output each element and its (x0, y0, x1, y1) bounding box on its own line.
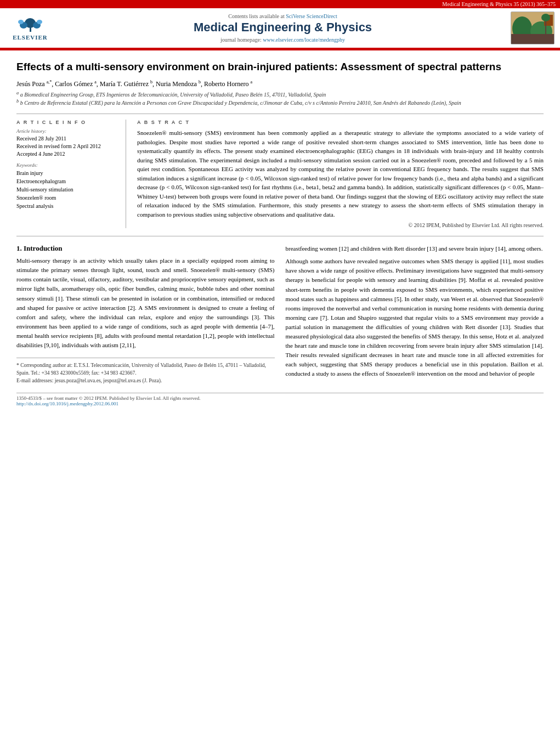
header-divider (0, 48, 560, 49)
accepted-date: Accepted 4 June 2012 (16, 150, 118, 158)
svg-point-12 (541, 14, 550, 21)
body-columns: 1. Introduction Multi-sensory therapy is… (16, 244, 544, 384)
article-info-column: A R T I C L E I N F O Article history: R… (16, 120, 126, 228)
affiliation-a: a a Biomedical Engineering Group, ETS In… (16, 90, 544, 98)
elsevier-logo: ELSEVIER (5, 14, 55, 42)
keyword-1: Brain injury (16, 169, 118, 177)
doi-line: http://dx.doi.org/10.1016/j.medengphy.20… (16, 401, 544, 406)
homepage-url[interactable]: www.elsevier.com/locate/medengphy (263, 37, 345, 43)
footnotes-section: * Corresponding author at: E.T.S.I. Tele… (16, 358, 275, 385)
keyword-4: Snoezelen® room (16, 194, 118, 202)
journal-header: Medical Engineering & Physics 35 (2013) … (0, 0, 560, 50)
svg-point-5 (37, 20, 42, 24)
revised-date: Received in revised form 2 April 2012 (16, 143, 118, 150)
svg-point-4 (18, 20, 24, 24)
introduction-heading: 1. Introduction (16, 244, 275, 253)
issn-line: 1350-4533/$ – see front matter © 2012 IP… (16, 395, 544, 401)
intro-paragraph-1: Multi-sensory therapy is an activity whi… (16, 256, 275, 349)
homepage-prefix: journal homepage: (220, 37, 262, 43)
article-history: Article history: Received 28 July 2011 R… (16, 128, 118, 158)
footnote-corresponding: * Corresponding author at: E.T.S.I. Tele… (16, 361, 275, 377)
keyword-5: Spectral analysis (16, 202, 118, 210)
body-right-column: breastfeeding women [12] and children wi… (286, 244, 544, 384)
intro-paragraph-right-1: breastfeeding women [12] and children wi… (286, 244, 544, 253)
journal-homepage: journal homepage: www.elsevier.com/locat… (60, 37, 505, 43)
journal-title: Medical Engineering & Physics (60, 20, 505, 35)
sciverse-line: Contents lists available at SciVerse Sci… (60, 13, 505, 19)
keywords-section: Keywords: Brain injury Electroencephalog… (16, 162, 118, 210)
journal-logo-row: ELSEVIER Contents lists available at Sci… (0, 8, 560, 44)
elsevier-label: ELSEVIER (13, 34, 48, 41)
section-divider (16, 236, 544, 236)
svg-rect-10 (511, 34, 554, 44)
doi-link[interactable]: http://dx.doi.org/10.1016/j.medengphy.20… (16, 401, 118, 406)
intro-paragraph-right-2: Although some authors have revealed nega… (286, 257, 544, 378)
email-label: E-mail addresses: (16, 378, 53, 383)
keyword-2: Electroencephalogram (16, 177, 118, 185)
affiliation-b: b b Centro de Referencia Estatal (CRE) p… (16, 99, 544, 106)
bottom-bar: 1350-4533/$ – see front matter © 2012 IP… (16, 393, 544, 406)
copyright-line: © 2012 IPEM, Published by Elsevier Ltd. … (137, 222, 544, 228)
article-info-abstract-section: A R T I C L E I N F O Article history: R… (16, 114, 544, 228)
abstract-text: Snoezelen® multi-sensory (SMS) environme… (137, 128, 544, 219)
article-info-label: A R T I C L E I N F O (16, 120, 118, 125)
elsevier-tree-icon (15, 15, 46, 33)
sciverse-prefix: Contents lists available at (228, 13, 284, 19)
article-title: Effects of a multi-sensory environment o… (16, 60, 544, 74)
journal-top-bar: Medical Engineering & Physics 35 (2013) … (0, 0, 560, 8)
email-addresses: jesus.poza@tel.uva.es, jespoz@tel.uva.es… (55, 378, 162, 383)
authors-line: Jesús Poza a,*, Carlos Gómez a, María T.… (16, 80, 544, 88)
sciverse-link[interactable]: SciVerse ScienceDirect (286, 13, 337, 19)
abstract-label: A B S T R A C T (137, 120, 544, 125)
journal-center-info: Contents lists available at SciVerse Sci… (55, 13, 511, 43)
keyword-3: Multi-sensory stimulation (16, 185, 118, 194)
decorative-svg (511, 12, 554, 44)
history-label: Article history: (16, 128, 118, 134)
footnote-email: E-mail addresses: jesus.poza@tel.uva.es,… (16, 377, 275, 384)
svg-rect-11 (545, 20, 546, 34)
body-left-column: 1. Introduction Multi-sensory therapy is… (16, 244, 275, 384)
authors-text: Jesús Poza a,*, Carlos Gómez a, María T.… (16, 80, 252, 88)
received-date: Received 28 July 2011 (16, 135, 118, 143)
keywords-label: Keywords: (16, 162, 118, 168)
journal-citation: Medical Engineering & Physics 35 (2013) … (442, 1, 556, 7)
abstract-column: A B S T R A C T Snoezelen® multi-sensory… (137, 120, 544, 228)
keywords-list: Brain injury Electroencephalogram Multi-… (16, 169, 118, 210)
article-content: Effects of a multi-sensory environment o… (0, 50, 560, 412)
journal-decorative-image (511, 12, 555, 44)
